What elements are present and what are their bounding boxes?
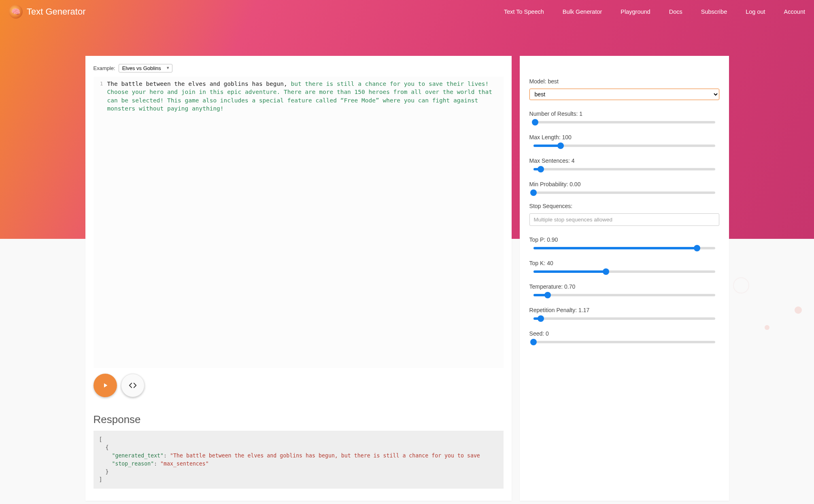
nav-logout[interactable]: Log out — [746, 9, 765, 15]
seed-label: Seed: 0 — [529, 330, 719, 337]
brand-logo-icon: 🧠 — [9, 5, 23, 19]
min-prob-label: Min Probability: 0.00 — [529, 181, 719, 187]
rep-penalty-label: Repetition Penalty: 1.17 — [529, 307, 719, 313]
slider-thumb[interactable] — [532, 119, 538, 125]
example-select[interactable]: Elves vs Goblins — [119, 64, 172, 72]
slider-thumb[interactable] — [544, 292, 551, 298]
example-label: Example: — [94, 65, 115, 71]
top-p-slider[interactable] — [529, 247, 719, 249]
max-length-row: Max Length: 100 — [529, 132, 719, 156]
response-heading: Response — [85, 397, 512, 431]
top-nav: Text To Speech Bulk Generator Playground… — [504, 9, 805, 15]
generate-button[interactable] — [94, 374, 117, 397]
top-p-row: Top P: 0.90 — [529, 235, 719, 258]
seed-row: Seed: 0 — [529, 329, 719, 352]
model-label: Model: best — [529, 78, 719, 85]
stop-sequences-input[interactable] — [529, 213, 719, 226]
action-buttons — [85, 368, 512, 397]
temperature-label: Temperature: 0.70 — [529, 283, 719, 290]
stop-seq-label: Stop Sequences: — [529, 203, 719, 209]
slider-thumb[interactable] — [694, 245, 700, 251]
nav-account[interactable]: Account — [784, 9, 805, 15]
decorative-dots — [717, 245, 806, 334]
top-k-label: Top K: 40 — [529, 260, 719, 266]
nav-text-to-speech[interactable]: Text To Speech — [504, 9, 544, 15]
max-length-label: Max Length: 100 — [529, 134, 719, 140]
top-p-label: Top P: 0.90 — [529, 236, 719, 243]
prompt-text: The battle between the elves and goblins… — [107, 81, 291, 87]
slider-thumb[interactable] — [603, 268, 609, 275]
slider-thumb[interactable] — [530, 189, 537, 196]
code-icon — [128, 381, 137, 390]
max-sentences-slider[interactable] — [529, 168, 719, 170]
slider-thumb[interactable] — [530, 339, 537, 345]
editor-gutter: 1 — [98, 80, 103, 365]
model-select[interactable]: best — [529, 89, 719, 100]
view-code-button[interactable] — [121, 374, 145, 397]
editor-panel: Example: Elves vs Goblins 1 The battle b… — [85, 56, 512, 501]
brand[interactable]: 🧠 Text Generator — [9, 5, 86, 19]
max-sentences-label: Max Sentences: 4 — [529, 157, 719, 164]
rep-penalty-slider[interactable] — [529, 317, 719, 320]
min-prob-row: Min Probability: 0.00 — [529, 179, 719, 203]
header: 🧠 Text Generator Text To Speech Bulk Gen… — [0, 0, 814, 23]
example-row: Example: Elves vs Goblins — [85, 64, 512, 77]
response-json: [ { "generated_text": "The battle betwee… — [94, 431, 504, 489]
nav-bulk-generator[interactable]: Bulk Generator — [563, 9, 602, 15]
editor-text[interactable]: The battle between the elves and goblins… — [103, 80, 498, 365]
min-prob-slider[interactable] — [529, 191, 719, 194]
brand-title: Text Generator — [27, 6, 86, 17]
slider-thumb[interactable] — [538, 315, 544, 322]
nav-docs[interactable]: Docs — [669, 9, 682, 15]
temperature-row: Temperature: 0.70 — [529, 282, 719, 305]
nav-playground[interactable]: Playground — [621, 9, 650, 15]
seed-slider[interactable] — [529, 341, 719, 343]
temperature-slider[interactable] — [529, 294, 719, 296]
max-length-slider[interactable] — [529, 145, 719, 147]
settings-panel: Model: best best Number of Results: 1 Ma… — [520, 56, 729, 501]
prompt-editor[interactable]: 1 The battle between the elves and gobli… — [94, 77, 504, 368]
max-sentences-row: Max Sentences: 4 — [529, 156, 719, 179]
rep-penalty-row: Repetition Penalty: 1.17 — [529, 305, 719, 329]
num-results-slider[interactable] — [529, 121, 719, 123]
content: Example: Elves vs Goblins 1 The battle b… — [85, 56, 729, 501]
slider-thumb[interactable] — [557, 142, 564, 149]
slider-thumb[interactable] — [538, 166, 544, 172]
play-icon — [102, 382, 109, 389]
nav-subscribe[interactable]: Subscribe — [701, 9, 727, 15]
top-k-row: Top K: 40 — [529, 258, 719, 282]
top-k-slider[interactable] — [529, 270, 719, 273]
num-results-label: Number of Results: 1 — [529, 111, 719, 117]
num-results-row: Number of Results: 1 — [529, 109, 719, 132]
